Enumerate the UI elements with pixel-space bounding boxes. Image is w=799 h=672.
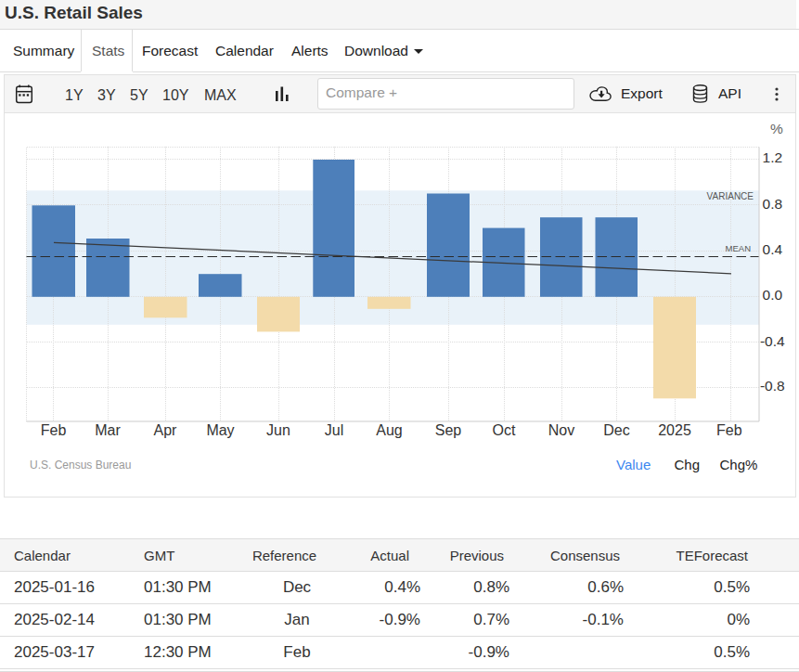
svg-text:0.8: 0.8 [763,196,783,212]
svg-text:Apr: Apr [154,422,178,438]
svg-text:Mar: Mar [95,422,121,438]
svg-text:Sep: Sep [435,422,462,438]
svg-text:-0.4: -0.4 [760,333,785,349]
svg-text:May: May [206,422,234,438]
svg-text:Aug: Aug [376,422,402,438]
svg-text:0.4: 0.4 [763,241,783,257]
svg-text:-0.8: -0.8 [760,378,785,394]
svg-text:U.S. Census Bureau: U.S. Census Bureau [30,459,131,472]
svg-text:Dec: Dec [603,422,629,438]
svg-text:Feb: Feb [716,422,742,438]
svg-text:Oct: Oct [493,422,516,438]
svg-text:0.0: 0.0 [763,287,783,303]
svg-text:Jul: Jul [325,422,343,438]
svg-text:%: % [770,121,783,136]
svg-text:Chg%: Chg% [720,457,758,472]
svg-text:MEAN: MEAN [726,243,752,253]
svg-text:Jun: Jun [266,422,290,438]
svg-text:Feb: Feb [41,422,67,438]
svg-text:Nov: Nov [548,422,574,438]
svg-text:Value: Value [616,457,651,472]
svg-text:2025: 2025 [658,422,691,438]
svg-text:1.2: 1.2 [763,149,783,165]
svg-text:VARIANCE: VARIANCE [707,191,754,201]
svg-text:Chg: Chg [675,457,701,472]
